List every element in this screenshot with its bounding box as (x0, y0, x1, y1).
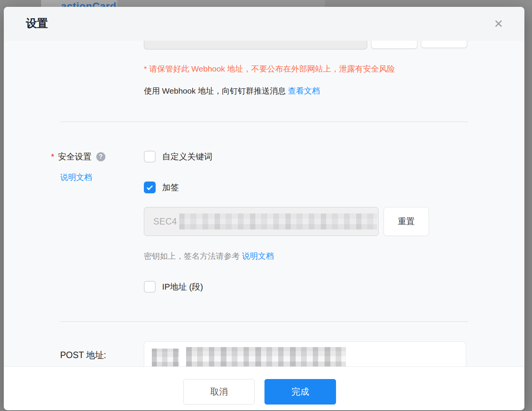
confirm-button[interactable]: 完成 (264, 379, 336, 405)
sign-key-hint-text: 密钥如上，签名方法请参考 (144, 252, 240, 260)
ip-address-checkbox[interactable] (144, 281, 156, 293)
sign-key-hint: 密钥如上，签名方法请参考 说明文档 (144, 251, 274, 261)
post-address-redacted-mosaic (186, 347, 346, 367)
help-icon[interactable]: ? (96, 152, 105, 161)
sign-checkbox[interactable] (144, 182, 156, 193)
sign-label[interactable]: 加签 (162, 182, 179, 193)
webhook-warning-text: * 请保管好此 Webhook 地址，不要公布在外部网站上，泄露有安全风险 (144, 64, 395, 74)
dimmed-background-segment (117, 0, 325, 7)
sign-secret-redacted-mosaic (179, 213, 377, 229)
sign-doc-link[interactable]: 说明文档 (242, 252, 274, 260)
security-doc-link-wrap: 说明文档 (60, 172, 92, 183)
reset-button[interactable]: 重置 (384, 207, 429, 236)
security-doc-link[interactable]: 说明文档 (60, 173, 92, 182)
sign-secret-input[interactable]: SEC4 (144, 207, 379, 236)
section-divider (60, 121, 468, 122)
cutoff-button-1[interactable] (371, 41, 417, 49)
webhook-usage-label: 使用 Webhook 地址，向钉钉群推送消息 (144, 86, 286, 95)
screen: actionCard 设置 ✕ * 请保管好此 Webhook 地址，不要公布在… (0, 0, 532, 411)
modal-header: 设置 ✕ (4, 7, 524, 41)
sign-secret-prefix: SEC4 (153, 217, 177, 227)
option-ip-address[interactable]: IP地址 (段) (144, 281, 203, 293)
post-address-redacted-mosaic (152, 349, 179, 367)
cutoff-button-2[interactable] (421, 41, 467, 48)
section-divider (60, 321, 468, 322)
post-address-label: POST 地址: (60, 349, 106, 361)
custom-keyword-checkbox[interactable] (144, 151, 156, 162)
webhook-usage-text: 使用 Webhook 地址，向钉钉群推送消息 查看文档 (144, 86, 320, 96)
modal-title: 设置 (26, 16, 48, 31)
background-tab-actioncard: actionCard (61, 1, 116, 7)
dimmed-background-segment (325, 0, 532, 7)
webhook-url-input-cutoff[interactable] (144, 41, 367, 49)
dimmed-background-strip: actionCard (0, 0, 532, 7)
close-icon[interactable]: ✕ (490, 15, 507, 32)
security-settings-label-row: * 安全设置 ? (51, 151, 105, 162)
check-icon (147, 184, 153, 190)
modal-footer: 取消 完成 (4, 366, 524, 410)
post-address-input[interactable] (144, 341, 466, 366)
custom-keyword-label[interactable]: 自定义关键词 (162, 151, 212, 162)
option-custom-keyword[interactable]: 自定义关键词 (144, 151, 212, 162)
cancel-button[interactable]: 取消 (183, 379, 255, 405)
view-docs-link[interactable]: 查看文档 (288, 86, 320, 95)
required-asterisk: * (51, 152, 54, 162)
option-sign[interactable]: 加签 (144, 182, 179, 193)
ip-address-label[interactable]: IP地址 (段) (162, 281, 203, 293)
modal-body: * 请保管好此 Webhook 地址，不要公布在外部网站上，泄露有安全风险 使用… (4, 41, 524, 366)
security-settings-label: 安全设置 (58, 151, 92, 162)
dimmed-background-segment (0, 0, 41, 7)
settings-modal: 设置 ✕ * 请保管好此 Webhook 地址，不要公布在外部网站上，泄露有安全… (4, 7, 524, 410)
